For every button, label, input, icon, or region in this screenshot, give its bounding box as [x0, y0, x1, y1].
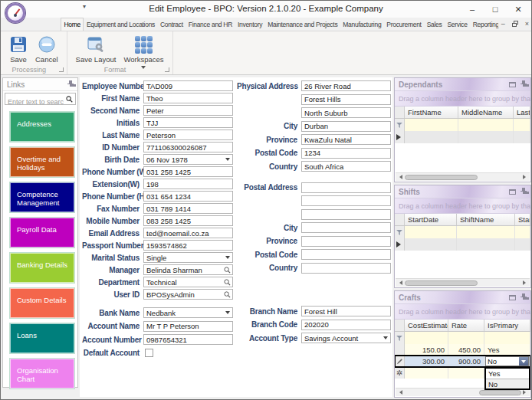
search-icon[interactable] — [223, 290, 232, 298]
sidebar-item-banking-details[interactable]: Banking Details — [10, 253, 74, 283]
tab-reporting[interactable]: Reporting — [470, 18, 501, 31]
tab-manufacturing[interactable]: Manufacturing — [340, 18, 384, 31]
postal-city-input[interactable] — [301, 222, 391, 233]
fax-number-input[interactable]: 031 789 1414 — [143, 203, 233, 214]
column-header-rate[interactable]: Rate — [448, 320, 484, 331]
sidebar-item-custom-details[interactable]: Custom Details — [10, 288, 74, 318]
extension-w-input[interactable]: 198 — [143, 179, 233, 189]
tab-equipment-and-locations[interactable]: Equipment and Locations — [84, 18, 157, 31]
column-header-costestimate[interactable]: CostEstimate — [405, 320, 448, 331]
minimize-button[interactable]: – — [461, 1, 484, 18]
chevron-down-icon[interactable] — [223, 155, 232, 164]
scrollbar-thumb[interactable] — [479, 390, 521, 395]
filter-row[interactable] — [395, 226, 530, 238]
isprimary-editor-cell[interactable]: No — [484, 356, 530, 367]
doc-close-icon[interactable]: × — [525, 20, 529, 28]
maximize-panel-icon[interactable] — [509, 82, 516, 87]
physical-country-input[interactable]: South Africa — [301, 161, 391, 172]
branch-name-input[interactable]: Forest Hill — [301, 306, 391, 316]
pin-icon[interactable] — [521, 188, 527, 195]
search-icon[interactable] — [223, 266, 232, 274]
table-row-editing[interactable]: 300.00 900.00 No — [395, 356, 530, 367]
maximize-panel-icon[interactable] — [509, 189, 516, 195]
scroll-left-icon[interactable] — [397, 390, 402, 395]
tab-procurement[interactable]: Procurement — [384, 18, 424, 31]
horizontal-scrollbar[interactable] — [396, 278, 530, 287]
second-name-input[interactable]: Peter — [143, 105, 233, 116]
column-header-startdate[interactable]: StartDate — [405, 214, 457, 225]
physical-address-line1-input[interactable]: 26 River Road — [301, 80, 391, 91]
physical-address-line2-input[interactable]: Forest Hills — [301, 94, 391, 105]
scroll-left-icon[interactable] — [397, 175, 402, 179]
mobile-number-input[interactable]: 083 258 1425 — [143, 215, 233, 226]
pin-icon[interactable] — [67, 80, 74, 88]
scroll-left-icon[interactable] — [397, 280, 402, 285]
employee-number-input[interactable]: TAD009 — [143, 80, 233, 91]
tab-contract[interactable]: Contract — [158, 18, 186, 31]
dropdown-option-no[interactable]: No — [486, 379, 529, 389]
column-header-isprimary[interactable]: IsPrimary — [484, 320, 530, 331]
phone-number-w-input[interactable]: 031 258 1425 — [143, 166, 233, 177]
physical-postal-code-input[interactable]: 1234 — [301, 148, 391, 159]
close-button[interactable]: ✕ — [507, 1, 530, 18]
maximize-panel-icon[interactable] — [509, 295, 516, 300]
account-type-input[interactable]: Savings Account — [301, 333, 391, 343]
isprimary-combo[interactable]: No — [485, 356, 529, 366]
branch-code-input[interactable]: 202020 — [301, 320, 391, 330]
quick-access-dropdown-icon[interactable]: ▾ — [83, 3, 86, 10]
birth-date-input[interactable]: 06 Nov 1978 — [143, 154, 233, 165]
sidebar-item-competence-management[interactable]: Competence Management — [10, 182, 74, 212]
user-id-input[interactable]: BPOSysAdmin — [143, 289, 233, 300]
physical-city-input[interactable]: Durban — [301, 121, 391, 132]
account-number-input[interactable]: 0987654321 — [143, 334, 233, 345]
tab-inventory[interactable]: Inventory — [235, 18, 264, 31]
sidebar-item-payroll-data[interactable]: Payroll Data — [10, 218, 74, 248]
table-row[interactable] — [395, 131, 530, 143]
column-header-shiftname[interactable]: ShiftName — [457, 214, 515, 225]
tab-home[interactable]: Home — [61, 18, 84, 31]
maximize-button[interactable]: □ — [484, 1, 507, 18]
email-address-input[interactable]: ted@noemail.co.za — [143, 228, 233, 238]
department-input[interactable]: Technical — [143, 277, 233, 287]
save-layout-button[interactable]: Save Layout — [72, 34, 120, 65]
id-number-input[interactable]: 771106300026087 — [143, 142, 233, 152]
physical-province-input[interactable]: KwaZulu Natal — [301, 134, 391, 145]
manager-input[interactable]: Belinda Sharman — [143, 264, 233, 275]
search-icon[interactable] — [223, 278, 232, 286]
tab-sales[interactable]: Sales — [424, 18, 445, 31]
last-name-input[interactable]: Peterson — [143, 130, 233, 140]
column-header-firstname[interactable]: FirstName — [405, 107, 458, 118]
filter-row[interactable] — [395, 119, 530, 131]
column-header-lastname[interactable]: LastName — [514, 107, 530, 118]
dropdown-option-yes[interactable]: Yes — [486, 369, 529, 379]
pin-icon[interactable] — [521, 293, 527, 301]
sidebar-item-addresses[interactable]: Addresses — [10, 112, 74, 142]
chevron-down-icon[interactable] — [223, 308, 232, 317]
tab-finance-and-hr[interactable]: Finance and HR — [186, 18, 235, 31]
table-row[interactable] — [395, 238, 530, 251]
postal-province-input[interactable] — [301, 236, 391, 247]
dialog-launcher-icon[interactable] — [59, 67, 64, 72]
horizontal-scrollbar[interactable] — [396, 172, 530, 181]
search-input[interactable] — [5, 97, 75, 107]
pin-icon[interactable] — [521, 80, 527, 88]
marital-status-input[interactable]: Single — [143, 252, 233, 263]
bank-name-input[interactable]: Nedbank — [143, 307, 233, 318]
sidebar-item-overtime-and-holidays[interactable]: Overtime and Holidays — [10, 147, 74, 177]
column-header-starttime[interactable]: StartTime — [515, 214, 530, 225]
physical-address-line3-input[interactable]: North Suburb — [301, 107, 391, 118]
column-header-middlename[interactable]: MiddleName — [458, 107, 514, 118]
phone-number-h-input[interactable]: 031 654 1234 — [143, 191, 233, 202]
account-name-input[interactable]: Mr T P Peterson — [143, 321, 233, 332]
cancel-button[interactable]: Cancel — [31, 34, 62, 65]
table-row[interactable]: 150.00 450.00 Yes — [395, 344, 530, 356]
sidebar-item-organisation-chart[interactable]: Organisation Chart — [10, 359, 74, 389]
postal-country-input[interactable] — [301, 263, 391, 274]
doc-minimize-icon[interactable]: – — [501, 20, 505, 28]
first-name-input[interactable]: Theo — [143, 93, 233, 103]
scrollbar-thumb[interactable] — [405, 280, 478, 286]
sidebar-item-loans[interactable]: Loans — [10, 323, 74, 353]
chevron-down-icon[interactable] — [223, 253, 232, 262]
tab-maintenance-and-projects[interactable]: Maintenance and Projects — [265, 18, 340, 31]
combo-dropdown-icon[interactable] — [519, 357, 528, 366]
